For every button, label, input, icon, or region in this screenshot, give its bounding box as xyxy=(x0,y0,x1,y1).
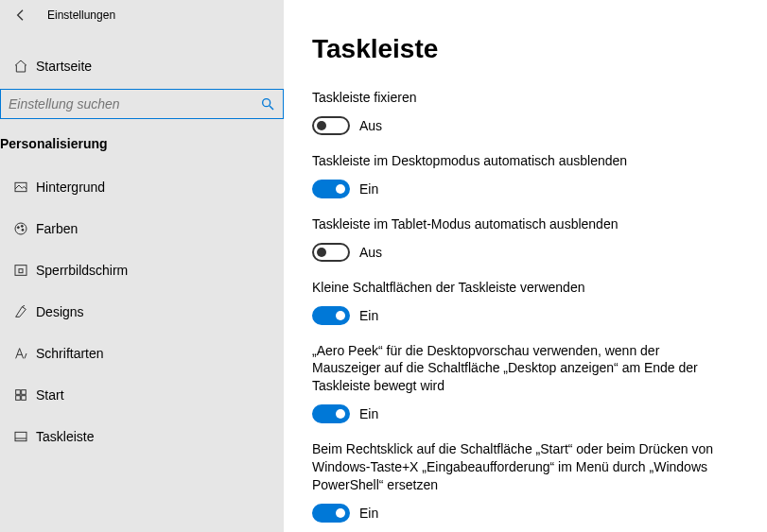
picture-icon xyxy=(13,180,36,195)
sidebar-item-sperrbildschirm[interactable]: Sperrbildschirm xyxy=(0,249,284,291)
sidebar-item-farben[interactable]: Farben xyxy=(0,208,284,249)
setting-item: Taskleiste im Desktopmodus automatisch a… xyxy=(312,152,719,198)
svg-rect-6 xyxy=(15,266,26,276)
sidebar-item-taskleiste[interactable]: Taskleiste xyxy=(0,416,284,457)
search-wrap xyxy=(0,85,284,123)
setting-description: Beim Rechtsklick auf die Schaltfläche „S… xyxy=(312,440,719,494)
svg-rect-8 xyxy=(16,390,21,395)
setting-description: Kleine Schaltflächen der Taskleiste verw… xyxy=(312,279,719,297)
search-input[interactable] xyxy=(9,96,260,112)
toggle-knob xyxy=(336,508,345,518)
toggle-switch[interactable] xyxy=(312,404,350,423)
toggle-row: Ein xyxy=(312,180,719,198)
setting-item: Taskleiste fixierenAus xyxy=(312,89,719,135)
sidebar-item-label: Farben xyxy=(36,221,270,236)
sidebar-item-schriftarten[interactable]: Schriftarten xyxy=(0,333,284,374)
svg-rect-11 xyxy=(22,396,26,401)
sidebar: Einstellungen Startseite Personalisierun… xyxy=(0,0,284,532)
setting-item: „Aero Peek“ für die Desktopvorschau verw… xyxy=(312,342,719,424)
window-title: Einstellungen xyxy=(47,9,115,22)
toggle-row: Aus xyxy=(312,243,719,262)
start-icon xyxy=(13,387,36,403)
sidebar-item-label: Taskleiste xyxy=(36,429,270,444)
svg-point-0 xyxy=(263,99,270,107)
toggle-switch[interactable] xyxy=(312,116,350,135)
toggle-knob xyxy=(336,311,345,320)
back-icon[interactable] xyxy=(13,8,28,23)
setting-item: Kleine Schaltflächen der Taskleiste verw… xyxy=(312,279,719,325)
sidebar-nav: Hintergrund Farben Sperrbildschirm Desig… xyxy=(0,166,284,457)
themes-icon xyxy=(13,304,36,319)
svg-rect-9 xyxy=(22,390,26,395)
svg-rect-10 xyxy=(16,396,21,401)
sidebar-item-label: Schriftarten xyxy=(36,346,270,361)
sidebar-home-label: Startseite xyxy=(36,59,270,74)
svg-point-3 xyxy=(17,227,19,229)
toggle-row: Ein xyxy=(312,306,719,325)
lockscreen-icon xyxy=(13,263,36,278)
setting-item: Beim Rechtsklick auf die Schaltfläche „S… xyxy=(312,440,719,523)
palette-icon xyxy=(13,221,36,236)
toggle-state-label: Ein xyxy=(359,506,378,521)
toggle-state-label: Aus xyxy=(359,118,382,133)
toggle-knob xyxy=(336,409,345,419)
sidebar-item-label: Hintergrund xyxy=(36,180,270,195)
sidebar-item-designs[interactable]: Designs xyxy=(0,291,284,333)
sidebar-item-start[interactable]: Start xyxy=(0,374,284,416)
setting-description: Taskleiste fixieren xyxy=(312,89,719,107)
search-input-container[interactable] xyxy=(0,89,284,119)
setting-description: Taskleiste im Desktopmodus automatisch a… xyxy=(312,152,719,170)
toggle-row: Ein xyxy=(312,504,719,523)
svg-point-4 xyxy=(21,225,23,227)
toggle-switch[interactable] xyxy=(312,306,350,325)
toggle-knob xyxy=(317,121,326,130)
sidebar-section-title: Personalisierung xyxy=(0,123,284,151)
fonts-icon xyxy=(13,346,36,361)
sidebar-item-label: Designs xyxy=(36,304,270,319)
setting-description: „Aero Peek“ für die Desktopvorschau verw… xyxy=(312,342,719,396)
sidebar-header: Einstellungen xyxy=(0,0,284,30)
toggle-switch[interactable] xyxy=(312,180,350,198)
content-area: Taskleiste Taskleiste fixierenAusTasklei… xyxy=(284,0,767,532)
page-title: Taskleiste xyxy=(312,34,739,64)
taskbar-icon xyxy=(13,429,36,444)
toggle-state-label: Ein xyxy=(359,181,378,197)
sidebar-item-label: Start xyxy=(36,387,270,403)
toggle-state-label: Aus xyxy=(359,245,382,260)
toggle-row: Aus xyxy=(312,116,719,135)
toggle-state-label: Ein xyxy=(359,308,378,323)
svg-rect-12 xyxy=(15,432,26,440)
home-icon xyxy=(13,59,36,74)
settings-list: Taskleiste fixierenAusTaskleiste im Desk… xyxy=(312,89,739,523)
toggle-knob xyxy=(317,248,326,257)
toggle-switch[interactable] xyxy=(312,243,350,262)
sidebar-home[interactable]: Startseite xyxy=(0,47,284,85)
toggle-state-label: Ein xyxy=(359,406,378,421)
setting-item: Taskleiste im Tablet-Modus automatisch a… xyxy=(312,215,719,262)
svg-point-2 xyxy=(15,223,26,234)
sidebar-item-hintergrund[interactable]: Hintergrund xyxy=(0,166,284,208)
setting-description: Taskleiste im Tablet-Modus automatisch a… xyxy=(312,215,719,233)
svg-point-5 xyxy=(22,229,24,231)
toggle-row: Ein xyxy=(312,404,719,423)
sidebar-item-label: Sperrbildschirm xyxy=(36,263,270,278)
toggle-switch[interactable] xyxy=(312,504,350,523)
svg-rect-7 xyxy=(19,269,23,273)
search-icon xyxy=(260,96,275,112)
toggle-knob xyxy=(336,184,345,194)
